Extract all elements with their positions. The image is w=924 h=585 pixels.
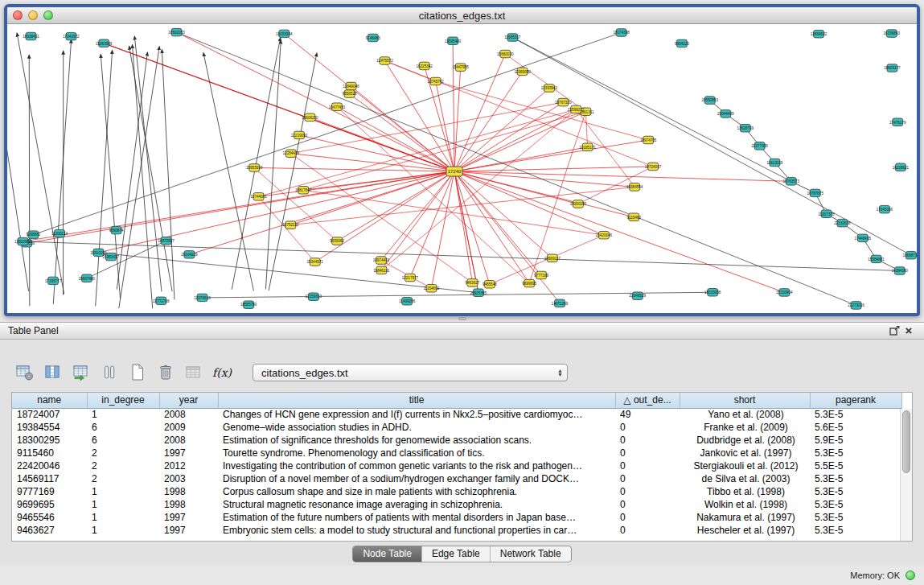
graph-edge[interactable] xyxy=(431,171,454,288)
cell-short[interactable]: Franke et al. (2009) xyxy=(680,421,810,434)
close-panel-button[interactable]: × xyxy=(901,324,916,337)
cell-in_degree[interactable]: 2 xyxy=(87,459,159,472)
cell-in_degree[interactable]: 1 xyxy=(87,408,159,421)
graph-node[interactable]: 14071369 xyxy=(552,299,569,307)
cell-title[interactable]: Structural magnetic resonance image aver… xyxy=(218,498,615,511)
graph-edge[interactable] xyxy=(337,107,529,283)
graph-node[interactable]: 12752112 xyxy=(282,221,299,229)
cell-in_degree[interactable]: 2 xyxy=(87,447,159,459)
graph-node[interactable]: 18333088 xyxy=(704,289,721,297)
cell-out_degree[interactable]: 49 xyxy=(615,408,680,421)
graph-node[interactable]: 20550853 xyxy=(702,97,719,104)
graph-edge[interactable] xyxy=(265,40,281,290)
graph-edge[interactable] xyxy=(284,34,454,171)
cell-title[interactable]: Changes of HCN gene expression and I(f) … xyxy=(218,408,615,421)
table-row[interactable]: 1872400712008Changes of HCN gene express… xyxy=(12,408,901,421)
graph-node[interactable]: 9559362 xyxy=(330,237,344,245)
graph-node[interactable]: 12834632 xyxy=(811,30,827,38)
cell-name[interactable]: 18724007 xyxy=(12,408,87,421)
graph-edge[interactable] xyxy=(381,109,576,270)
cell-short[interactable]: Hescheler et al. (1997) xyxy=(680,524,810,537)
close-window-button[interactable] xyxy=(13,10,23,20)
cell-year[interactable]: 2009 xyxy=(159,421,218,434)
graph-node[interactable]: 11154602 xyxy=(424,284,440,292)
graph-edge[interactable] xyxy=(585,112,587,147)
cell-pagerank[interactable]: 5.5E-5 xyxy=(810,459,901,472)
graph-edge[interactable] xyxy=(454,171,784,292)
graph-node[interactable]: 19609177 xyxy=(884,64,901,72)
graph-edge[interactable] xyxy=(410,171,454,278)
cell-pagerank[interactable]: 5.3E-5 xyxy=(810,408,901,421)
cell-title[interactable]: Estimation of the future numbers of pati… xyxy=(218,511,615,524)
graph-node[interactable]: 15660030 xyxy=(497,50,514,58)
graph-node[interactable]: 9954223 xyxy=(675,39,689,47)
cell-pagerank[interactable]: 5.3E-5 xyxy=(810,524,901,537)
graph-edge[interactable] xyxy=(453,41,454,171)
graph-edge[interactable] xyxy=(299,135,454,171)
cell-pagerank[interactable]: 5.9E-5 xyxy=(810,434,901,447)
table-row[interactable]: 1456911722003Disruption of a novel membe… xyxy=(12,472,901,485)
graph-node[interactable]: 18585780 xyxy=(240,301,257,309)
cell-name[interactable]: 9465546 xyxy=(12,511,87,524)
cell-in_degree[interactable]: 1 xyxy=(87,511,159,524)
graph-node[interactable]: 17195777 xyxy=(45,277,62,285)
graph-node[interactable]: 20104229 xyxy=(181,251,198,259)
row-height-icon[interactable] xyxy=(99,362,120,383)
cell-year[interactable]: 1997 xyxy=(159,447,218,459)
zoom-window-button[interactable] xyxy=(43,10,53,20)
new-document-icon[interactable] xyxy=(127,362,148,383)
graph-edge[interactable] xyxy=(7,53,29,291)
tab-node-table[interactable]: Node Table xyxy=(353,546,421,562)
graph-node[interactable]: 22273016 xyxy=(848,302,864,310)
cell-in_degree[interactable]: 1 xyxy=(87,498,159,511)
graph-node[interactable]: 15955919 xyxy=(246,164,263,172)
cell-short[interactable]: Nakamura et al. (1997) xyxy=(680,511,810,524)
cell-title[interactable]: Genome–wide association studies in ADHD. xyxy=(218,421,615,434)
graph-node[interactable]: 10974493 xyxy=(373,257,390,265)
float-panel-button[interactable] xyxy=(887,324,901,337)
cell-title[interactable]: Corpus callosum shape and size in male p… xyxy=(218,485,615,498)
table-row[interactable]: 977716911998Corpus callosum shape and si… xyxy=(12,485,901,498)
cell-out_degree[interactable]: 0 xyxy=(615,498,680,511)
table-row[interactable]: 2242004622012Investigating the contribut… xyxy=(12,459,901,472)
cell-in_degree[interactable]: 6 xyxy=(87,434,159,447)
graph-node[interactable]: 17476179 xyxy=(889,118,906,126)
cell-in_degree[interactable]: 1 xyxy=(87,485,159,498)
graph-edge[interactable] xyxy=(53,39,71,304)
table-row[interactable]: 969969511998Structural magnetic resonanc… xyxy=(12,498,901,511)
tab-network-table[interactable]: Network Table xyxy=(490,546,571,562)
cell-short[interactable]: Yano et al. (2008) xyxy=(680,408,810,421)
panel-splitter[interactable] xyxy=(0,316,924,322)
graph-node[interactable]: 9465546 xyxy=(483,281,497,289)
graph-edge[interactable] xyxy=(454,171,490,284)
table-selector[interactable]: citations_edges.txt ▲▼ xyxy=(253,364,568,381)
graph-edge[interactable] xyxy=(454,171,472,282)
graph-edge[interactable] xyxy=(23,171,454,241)
graph-edge[interactable] xyxy=(385,61,454,171)
cell-out_degree[interactable]: 0 xyxy=(615,511,680,524)
graph-node[interactable]: 9268882 xyxy=(26,231,40,239)
cell-title[interactable]: Investigating the contribution of common… xyxy=(218,459,615,472)
column-header-short[interactable]: short xyxy=(680,393,810,408)
cell-pagerank[interactable]: 5.6E-5 xyxy=(810,421,901,434)
column-header-year[interactable]: year xyxy=(159,393,218,408)
graph-node[interactable]: 9699695 xyxy=(522,279,536,287)
cell-out_degree[interactable]: 0 xyxy=(615,434,680,447)
cell-out_degree[interactable]: 0 xyxy=(615,472,680,485)
graph-edge[interactable] xyxy=(337,107,454,171)
column-header-in_degree[interactable]: in_degree xyxy=(87,393,159,408)
cell-year[interactable]: 1998 xyxy=(159,485,218,498)
graph-node[interactable]: 18688735 xyxy=(903,251,917,259)
cell-year[interactable]: 1997 xyxy=(159,524,218,537)
graph-node[interactable]: 17240 xyxy=(446,167,462,176)
graph-node[interactable]: 9550528 xyxy=(343,90,357,98)
graph-node[interactable]: 16238621 xyxy=(893,163,910,171)
graph-edge[interactable] xyxy=(381,171,454,261)
table-row[interactable]: 1938455462009Genome–wide association stu… xyxy=(12,421,901,434)
cell-in_degree[interactable]: 6 xyxy=(87,421,159,434)
graph-node[interactable]: 9777169 xyxy=(534,271,548,279)
graph-node[interactable]: 11965317 xyxy=(504,34,521,42)
import-table-icon[interactable] xyxy=(71,362,92,383)
graph-edge[interactable] xyxy=(290,171,454,225)
graph-edge[interactable] xyxy=(98,171,454,253)
